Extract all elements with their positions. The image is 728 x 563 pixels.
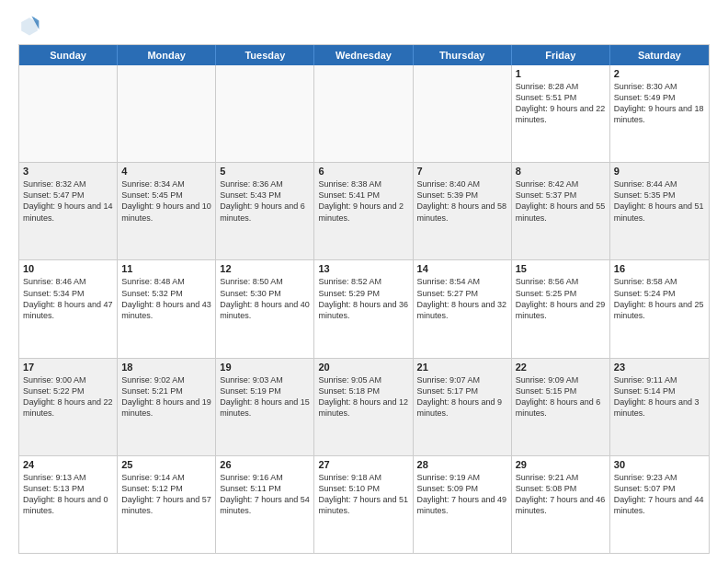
calendar-row-3: 17Sunrise: 9:00 AM Sunset: 5:22 PM Dayli… bbox=[19, 358, 709, 455]
day-cell-13: 13Sunrise: 8:52 AM Sunset: 5:29 PM Dayli… bbox=[314, 260, 413, 357]
day-number: 20 bbox=[318, 362, 408, 373]
day-info: Sunrise: 9:14 AM Sunset: 5:12 PM Dayligh… bbox=[121, 472, 211, 517]
day-info: Sunrise: 8:44 AM Sunset: 5:35 PM Dayligh… bbox=[614, 178, 705, 224]
day-number: 12 bbox=[220, 263, 310, 274]
empty-cell-0-2 bbox=[216, 65, 314, 162]
day-number: 15 bbox=[516, 263, 606, 274]
day-cell-30: 30Sunrise: 9:23 AM Sunset: 5:07 PM Dayli… bbox=[610, 456, 709, 553]
day-cell-29: 29Sunrise: 9:21 AM Sunset: 5:08 PM Dayli… bbox=[512, 456, 610, 553]
weekday-header-sunday: Sunday bbox=[19, 45, 118, 65]
day-cell-10: 10Sunrise: 8:46 AM Sunset: 5:34 PM Dayli… bbox=[19, 260, 118, 357]
day-cell-25: 25Sunrise: 9:14 AM Sunset: 5:12 PM Dayli… bbox=[118, 456, 216, 553]
day-number: 22 bbox=[516, 362, 606, 373]
day-cell-28: 28Sunrise: 9:19 AM Sunset: 5:09 PM Dayli… bbox=[414, 456, 512, 553]
day-info: Sunrise: 8:32 AM Sunset: 5:47 PM Dayligh… bbox=[23, 178, 113, 224]
day-cell-2: 2Sunrise: 8:30 AM Sunset: 5:49 PM Daylig… bbox=[610, 65, 709, 162]
day-cell-16: 16Sunrise: 8:58 AM Sunset: 5:24 PM Dayli… bbox=[610, 260, 709, 357]
day-cell-18: 18Sunrise: 9:02 AM Sunset: 5:21 PM Dayli… bbox=[118, 359, 216, 455]
day-info: Sunrise: 9:19 AM Sunset: 5:09 PM Dayligh… bbox=[417, 472, 507, 517]
empty-cell-0-1 bbox=[118, 65, 216, 162]
page: SundayMondayTuesdayWednesdayThursdayFrid… bbox=[0, 0, 728, 563]
day-info: Sunrise: 9:21 AM Sunset: 5:08 PM Dayligh… bbox=[516, 472, 606, 517]
day-cell-9: 9Sunrise: 8:44 AM Sunset: 5:35 PM Daylig… bbox=[610, 163, 709, 259]
day-number: 13 bbox=[318, 263, 408, 274]
calendar-row-4: 24Sunrise: 9:13 AM Sunset: 5:13 PM Dayli… bbox=[19, 455, 709, 553]
day-cell-26: 26Sunrise: 9:16 AM Sunset: 5:11 PM Dayli… bbox=[216, 456, 314, 553]
day-info: Sunrise: 9:11 AM Sunset: 5:14 PM Dayligh… bbox=[614, 374, 705, 419]
day-number: 17 bbox=[23, 362, 113, 373]
day-info: Sunrise: 8:40 AM Sunset: 5:39 PM Dayligh… bbox=[417, 178, 507, 224]
day-info: Sunrise: 8:46 AM Sunset: 5:34 PM Dayligh… bbox=[23, 276, 113, 321]
day-info: Sunrise: 9:09 AM Sunset: 5:15 PM Dayligh… bbox=[516, 374, 606, 419]
day-number: 1 bbox=[516, 68, 606, 79]
day-cell-12: 12Sunrise: 8:50 AM Sunset: 5:30 PM Dayli… bbox=[216, 260, 314, 357]
day-info: Sunrise: 8:48 AM Sunset: 5:32 PM Dayligh… bbox=[121, 276, 211, 321]
day-info: Sunrise: 8:50 AM Sunset: 5:30 PM Dayligh… bbox=[220, 276, 310, 321]
day-cell-14: 14Sunrise: 8:54 AM Sunset: 5:27 PM Dayli… bbox=[414, 260, 512, 357]
weekday-header-monday: Monday bbox=[118, 45, 216, 65]
day-number: 11 bbox=[121, 263, 211, 274]
weekday-header-friday: Friday bbox=[512, 45, 610, 65]
weekday-header-saturday: Saturday bbox=[610, 45, 709, 65]
day-number: 21 bbox=[417, 362, 507, 373]
day-number: 24 bbox=[23, 459, 113, 470]
day-cell-7: 7Sunrise: 8:40 AM Sunset: 5:39 PM Daylig… bbox=[414, 163, 512, 259]
logo-icon bbox=[18, 15, 40, 37]
day-number: 27 bbox=[318, 459, 408, 470]
day-number: 9 bbox=[614, 166, 705, 177]
calendar-header: SundayMondayTuesdayWednesdayThursdayFrid… bbox=[19, 45, 709, 65]
day-number: 3 bbox=[23, 166, 113, 177]
day-number: 7 bbox=[417, 166, 507, 177]
day-info: Sunrise: 8:54 AM Sunset: 5:27 PM Dayligh… bbox=[417, 276, 507, 321]
day-cell-20: 20Sunrise: 9:05 AM Sunset: 5:18 PM Dayli… bbox=[314, 359, 413, 455]
calendar-body: 1Sunrise: 8:28 AM Sunset: 5:51 PM Daylig… bbox=[19, 65, 709, 553]
calendar-row-0: 1Sunrise: 8:28 AM Sunset: 5:51 PM Daylig… bbox=[19, 65, 709, 162]
day-cell-4: 4Sunrise: 8:34 AM Sunset: 5:45 PM Daylig… bbox=[118, 163, 216, 259]
day-info: Sunrise: 8:38 AM Sunset: 5:41 PM Dayligh… bbox=[318, 178, 408, 224]
day-cell-23: 23Sunrise: 9:11 AM Sunset: 5:14 PM Dayli… bbox=[610, 359, 709, 455]
day-number: 6 bbox=[318, 166, 408, 177]
day-info: Sunrise: 9:02 AM Sunset: 5:21 PM Dayligh… bbox=[121, 374, 211, 419]
day-number: 2 bbox=[614, 68, 705, 79]
day-number: 14 bbox=[417, 263, 507, 274]
day-info: Sunrise: 8:58 AM Sunset: 5:24 PM Dayligh… bbox=[614, 276, 705, 321]
day-number: 29 bbox=[516, 459, 606, 470]
day-number: 8 bbox=[516, 166, 606, 177]
day-cell-17: 17Sunrise: 9:00 AM Sunset: 5:22 PM Dayli… bbox=[19, 359, 118, 455]
day-cell-1: 1Sunrise: 8:28 AM Sunset: 5:51 PM Daylig… bbox=[512, 65, 610, 162]
day-number: 5 bbox=[220, 166, 310, 177]
day-info: Sunrise: 8:34 AM Sunset: 5:45 PM Dayligh… bbox=[121, 178, 211, 224]
calendar: SundayMondayTuesdayWednesdayThursdayFrid… bbox=[18, 44, 710, 554]
day-cell-21: 21Sunrise: 9:07 AM Sunset: 5:17 PM Dayli… bbox=[414, 359, 512, 455]
day-number: 25 bbox=[121, 459, 211, 470]
weekday-header-thursday: Thursday bbox=[414, 45, 512, 65]
day-cell-6: 6Sunrise: 8:38 AM Sunset: 5:41 PM Daylig… bbox=[314, 163, 413, 259]
day-info: Sunrise: 8:42 AM Sunset: 5:37 PM Dayligh… bbox=[516, 178, 606, 224]
day-info: Sunrise: 9:07 AM Sunset: 5:17 PM Dayligh… bbox=[417, 374, 507, 419]
day-info: Sunrise: 8:30 AM Sunset: 5:49 PM Dayligh… bbox=[614, 81, 705, 126]
logo bbox=[18, 15, 44, 37]
empty-cell-0-0 bbox=[19, 65, 118, 162]
day-cell-27: 27Sunrise: 9:18 AM Sunset: 5:10 PM Dayli… bbox=[314, 456, 413, 553]
day-info: Sunrise: 9:00 AM Sunset: 5:22 PM Dayligh… bbox=[23, 374, 113, 419]
day-number: 16 bbox=[614, 263, 705, 274]
day-cell-8: 8Sunrise: 8:42 AM Sunset: 5:37 PM Daylig… bbox=[512, 163, 610, 259]
day-info: Sunrise: 8:56 AM Sunset: 5:25 PM Dayligh… bbox=[516, 276, 606, 321]
empty-cell-0-4 bbox=[414, 65, 512, 162]
day-info: Sunrise: 8:52 AM Sunset: 5:29 PM Dayligh… bbox=[318, 276, 408, 321]
empty-cell-0-3 bbox=[314, 65, 413, 162]
day-number: 4 bbox=[121, 166, 211, 177]
calendar-row-2: 10Sunrise: 8:46 AM Sunset: 5:34 PM Dayli… bbox=[19, 259, 709, 357]
day-info: Sunrise: 9:23 AM Sunset: 5:07 PM Dayligh… bbox=[614, 472, 705, 517]
day-cell-19: 19Sunrise: 9:03 AM Sunset: 5:19 PM Dayli… bbox=[216, 359, 314, 455]
weekday-header-tuesday: Tuesday bbox=[216, 45, 314, 65]
day-cell-24: 24Sunrise: 9:13 AM Sunset: 5:13 PM Dayli… bbox=[19, 456, 118, 553]
day-info: Sunrise: 8:28 AM Sunset: 5:51 PM Dayligh… bbox=[516, 81, 606, 126]
day-info: Sunrise: 9:05 AM Sunset: 5:18 PM Dayligh… bbox=[318, 374, 408, 419]
day-number: 30 bbox=[614, 459, 705, 470]
day-cell-3: 3Sunrise: 8:32 AM Sunset: 5:47 PM Daylig… bbox=[19, 163, 118, 259]
day-info: Sunrise: 9:03 AM Sunset: 5:19 PM Dayligh… bbox=[220, 374, 310, 419]
day-info: Sunrise: 8:36 AM Sunset: 5:43 PM Dayligh… bbox=[220, 178, 310, 224]
day-info: Sunrise: 9:18 AM Sunset: 5:10 PM Dayligh… bbox=[318, 472, 408, 517]
day-number: 19 bbox=[220, 362, 310, 373]
